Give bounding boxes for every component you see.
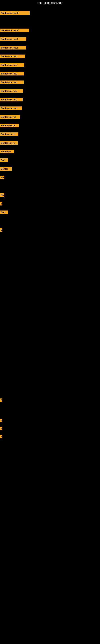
bottleneck-bar-20: Bo (0, 193, 4, 197)
bottleneck-bar-3: Bottleneck resul (0, 37, 26, 41)
bottleneck-bar-4: Bottleneck resul (0, 46, 26, 50)
bottleneck-bar-18: Bottlen (0, 167, 12, 171)
bottleneck-bar-23: B (0, 228, 2, 232)
bottleneck-bar-13: Bottleneck re (0, 124, 19, 128)
bottleneck-bar-8: Bottleneck resu (0, 80, 24, 84)
bottleneck-bar-9: Bottleneck resu (0, 89, 23, 93)
bottleneck-bar-7: Bottleneck resu (0, 72, 24, 76)
site-title: TheBottlenecker.com (0, 0, 100, 6)
bottleneck-bar-15: Bottleneck re (0, 141, 18, 145)
bottleneck-bar-14: Bottleneck re (0, 132, 18, 136)
bottleneck-bar-16: Bottlenec (0, 150, 14, 153)
bottleneck-bar-2: Bottleneck result (0, 28, 29, 32)
bottleneck-bar-27: B (0, 435, 2, 438)
bottleneck-bar-22: Bott (0, 210, 8, 214)
bottleneck-bar-21: B (0, 202, 2, 206)
bottleneck-bar-19: Bo (0, 176, 4, 179)
bottleneck-bar-25: B (0, 418, 2, 422)
bottleneck-bar-6: Bottleneck resu (0, 63, 24, 67)
bottleneck-bar-11: Bottleneck resu (0, 106, 22, 110)
bottleneck-bar-26: B (0, 427, 2, 430)
bottleneck-bar-10: Bottleneck resu (0, 98, 23, 102)
bottleneck-bar-1: Bottleneck result (0, 11, 30, 15)
bottleneck-bar-24: B (0, 398, 2, 402)
bottleneck-bar-17: Bott (0, 158, 8, 162)
bottleneck-bar-5: Bottleneck resu (0, 54, 25, 58)
bottleneck-bar-12: Bottleneck res (0, 115, 20, 119)
